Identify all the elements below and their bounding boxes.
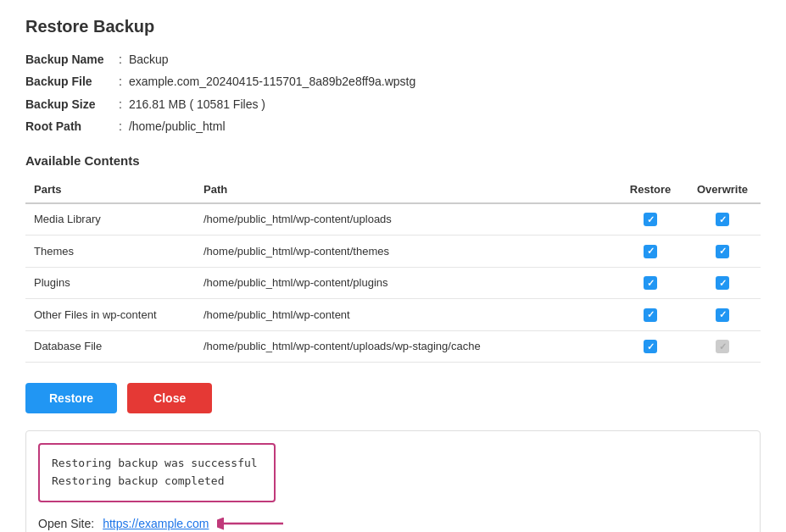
backup-name-value: Backup [129,50,169,69]
arrow-wrapper [217,514,285,532]
backup-size-value: 216.81 MB ( 10581 Files ) [129,95,265,114]
backup-size-label: Backup Size [25,95,119,114]
result-box: Restoring backup was successful Restorin… [25,430,761,532]
checkbox-restore[interactable] [644,276,657,290]
checkbox-overwrite[interactable] [716,308,729,322]
checkbox-restore[interactable] [644,340,657,353]
log-box: Restoring backup was successful Restorin… [38,443,276,502]
checkbox-restore[interactable] [644,213,657,226]
cell-restore[interactable] [616,203,684,236]
table-row: Database File/home/public_html/wp-conten… [25,330,761,363]
cell-overwrite[interactable] [684,267,761,299]
log-line-2: Restoring backup completed [52,473,262,490]
meta-row-backup-size: Backup Size : 216.81 MB ( 10581 Files ) [25,95,761,114]
col-parts: Parts [25,176,195,203]
table-row: Plugins/home/public_html/wp-content/plug… [25,267,761,299]
cell-overwrite[interactable] [684,203,761,236]
close-button[interactable]: Close [127,383,212,413]
sep1: : [119,50,122,69]
checkbox-restore[interactable] [644,245,657,258]
open-site-row: Open Site: https://example.com [26,514,760,532]
checkbox-restore[interactable] [644,308,657,322]
cell-restore[interactable] [616,236,684,268]
cell-restore[interactable] [616,299,684,331]
restore-button[interactable]: Restore [25,383,117,413]
backup-file-label: Backup File [25,72,119,91]
root-path-value: /home/public_html [129,117,226,136]
root-path-label: Root Path [25,117,119,136]
arrow-icon [217,514,285,532]
checkbox-overwrite[interactable] [716,245,729,258]
log-line-1: Restoring backup was successful [52,455,262,473]
cell-path: /home/public_html/wp-content [195,299,616,331]
cell-part: Database File [25,330,195,363]
cell-part: Other Files in wp-content [25,299,195,331]
cell-path: /home/public_html/wp-content/plugins [195,267,616,299]
backup-name-label: Backup Name [25,50,119,69]
table-row: Other Files in wp-content/home/public_ht… [25,299,761,331]
meta-section: Backup Name : Backup Backup File : examp… [25,50,761,136]
checkbox-overwrite[interactable] [716,213,729,226]
button-row: Restore Close [25,383,761,413]
page-title: Restore Backup [25,17,761,36]
sep2: : [119,72,122,91]
sep3: : [119,95,122,114]
cell-path: /home/public_html/wp-content/uploads/wp-… [195,330,616,363]
open-site-label: Open Site: [38,517,94,530]
table-row: Media Library/home/public_html/wp-conten… [25,203,761,236]
col-overwrite: Overwrite [684,176,761,203]
col-restore: Restore [616,176,684,203]
cell-part: Media Library [25,203,195,236]
cell-overwrite[interactable] [684,236,761,268]
cell-overwrite[interactable] [684,299,761,331]
available-contents-title: Available Contents [25,153,761,168]
cell-part: Themes [25,236,195,268]
backup-file-value: example.com_20240415-115701_8a89b2e8ff9a… [129,72,415,91]
sep4: : [119,117,122,136]
table-row: Themes/home/public_html/wp-content/theme… [25,236,761,268]
cell-part: Plugins [25,267,195,299]
checkbox-overwrite[interactable] [716,276,729,290]
open-site-link[interactable]: https://example.com [103,517,209,530]
log-section: Restoring backup was successful Restorin… [26,443,760,502]
meta-row-backup-name: Backup Name : Backup [25,50,761,69]
contents-table: Parts Path Restore Overwrite Media Libra… [25,176,761,363]
meta-row-backup-file: Backup File : example.com_20240415-11570… [25,72,761,91]
col-path: Path [195,176,616,203]
cell-restore[interactable] [616,330,684,363]
cell-path: /home/public_html/wp-content/themes [195,236,616,268]
cell-overwrite[interactable] [684,330,761,363]
cell-path: /home/public_html/wp-content/uploads [195,203,616,236]
meta-row-root-path: Root Path : /home/public_html [25,117,761,136]
checkbox-overwrite[interactable] [716,340,729,353]
cell-restore[interactable] [616,267,684,299]
